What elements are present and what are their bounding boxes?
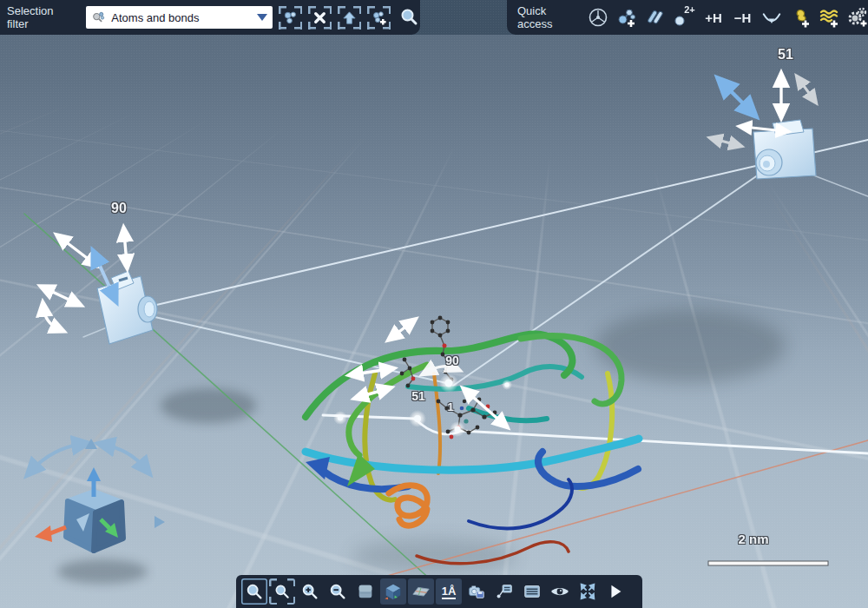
- bonds-icon[interactable]: [645, 7, 666, 28]
- expand-arrows-icon: [578, 582, 597, 601]
- nav-cube-icon: [384, 582, 403, 601]
- center-label-1: 1: [447, 400, 453, 413]
- hud-button[interactable]: [519, 578, 545, 605]
- quick-access-label: Quick access: [517, 4, 576, 30]
- add-surface-icon[interactable]: [819, 7, 839, 28]
- play-button[interactable]: [602, 578, 628, 605]
- atoms-plus-icon: [371, 10, 387, 26]
- background-icon: [356, 582, 375, 601]
- selection-toolbar: Selection filter Atoms and bonds: [0, 0, 420, 35]
- labels-button[interactable]: [491, 578, 517, 605]
- select-atoms-button[interactable]: [279, 6, 302, 30]
- snapshot-button[interactable]: [464, 578, 490, 605]
- quick-access-toolbar: Quick access: [507, 0, 868, 35]
- zoom-tool-button[interactable]: [241, 578, 267, 605]
- scene-canvas: [0, 0, 868, 608]
- selection-filter-value: Atoms and bonds: [111, 11, 253, 24]
- periodic-table-icon[interactable]: [588, 7, 608, 28]
- ground-plane-button[interactable]: [408, 578, 434, 605]
- selection-filter-lens-icon: [91, 10, 107, 25]
- grid-plane-icon: [411, 582, 431, 601]
- angstrom-scale-label: 1Å: [442, 585, 457, 599]
- hud-panel-icon: [523, 582, 542, 601]
- selection-filter-label: Selection filter: [7, 4, 76, 30]
- rotate-up-arrow[interactable]: [85, 439, 97, 449]
- navigation-cube-button[interactable]: [380, 578, 406, 605]
- remove-hydrogens-button[interactable]: −H: [732, 10, 753, 25]
- center-label-51: 51: [411, 389, 425, 403]
- add-hydrogens-button[interactable]: +H: [703, 10, 725, 25]
- viewport-window: 90 51 90 51 1 2 nm Selection filter Atom…: [0, 0, 868, 608]
- atoms-icon: [282, 10, 299, 26]
- camera-label-left: 90: [111, 201, 127, 216]
- zoom-out-button[interactable]: [325, 578, 351, 605]
- protein-ribbon[interactable]: [306, 334, 639, 564]
- minimize-energy-icon[interactable]: [761, 7, 782, 28]
- scale-ruler-button[interactable]: 1Å: [436, 578, 462, 605]
- zoom-out-icon: [328, 582, 347, 601]
- preferences-gears-icon[interactable]: [847, 7, 868, 28]
- selection-filter-dropdown[interactable]: Atoms and bonds: [86, 6, 273, 29]
- fullscreen-button[interactable]: [575, 578, 601, 605]
- zoom-in-icon: [300, 582, 319, 601]
- x-icon: [312, 10, 328, 26]
- formal-charge-icon[interactable]: 2+: [674, 7, 695, 28]
- chevron-down-icon: [257, 14, 267, 21]
- magnifier-region-icon: [273, 583, 291, 600]
- magnifier-icon: [399, 8, 418, 27]
- eye-icon: [549, 581, 570, 602]
- select-parent-button[interactable]: [338, 6, 361, 30]
- charge-2plus-label: 2+: [684, 4, 695, 15]
- zoom-to-selection-button[interactable]: [397, 6, 420, 30]
- camera-label-right: 51: [778, 47, 793, 63]
- clear-selection-button[interactable]: [308, 6, 332, 30]
- center-label-90: 90: [445, 354, 459, 367]
- scale-bar-label: 2 nm: [738, 532, 768, 546]
- navigation-cube[interactable]: [31, 439, 165, 551]
- background-style-button[interactable]: [352, 578, 378, 605]
- zoom-in-button[interactable]: [297, 578, 323, 605]
- orbit-right-arrow[interactable]: [104, 445, 146, 469]
- scale-bar: [708, 561, 828, 565]
- magnifier-icon: [245, 582, 264, 601]
- zoom-region-button[interactable]: [269, 578, 295, 605]
- add-to-selection-button[interactable]: [367, 6, 391, 30]
- orbit-left-arrow[interactable]: [31, 444, 82, 471]
- label-flag-icon: [495, 582, 514, 601]
- camera-save-icon: [467, 582, 486, 601]
- visibility-button[interactable]: [547, 578, 573, 605]
- play-icon: [606, 582, 625, 601]
- up-arrow-icon: [341, 10, 358, 26]
- add-shape-icon[interactable]: [790, 7, 811, 28]
- rotate-right-arrow[interactable]: [155, 516, 165, 528]
- viewport-toolbar: 1Å: [236, 575, 642, 608]
- add-atoms-icon[interactable]: [616, 7, 637, 28]
